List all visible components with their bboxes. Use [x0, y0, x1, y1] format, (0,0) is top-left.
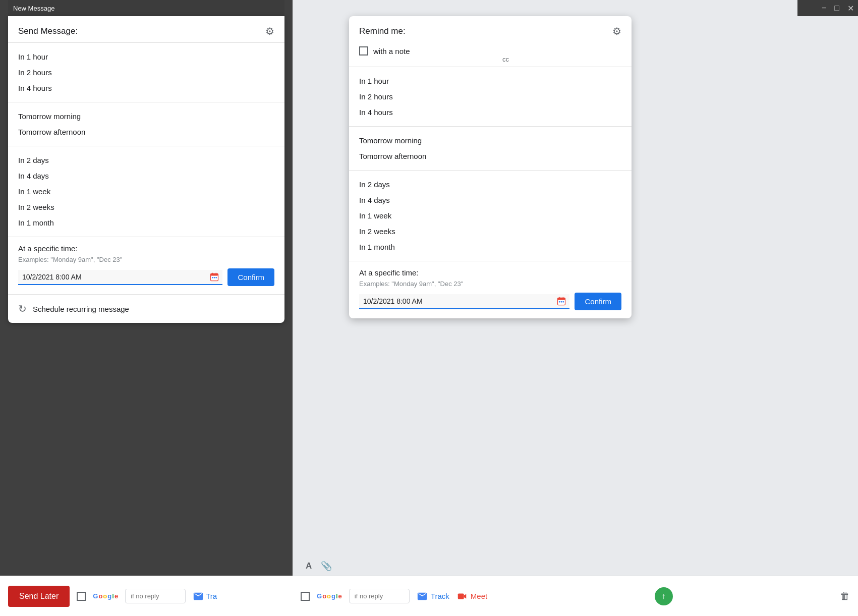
attach-icon[interactable]: 📎 — [321, 561, 332, 572]
popup-header-right: Remind me: ⚙ — [349, 16, 632, 42]
datetime-input-wrapper-right — [359, 294, 569, 309]
svg-rect-4 — [212, 277, 213, 278]
bottom-bar-right: Google Track Meet ↑ 🗑 — [293, 576, 858, 616]
days-section-right: In 2 days In 4 days In 1 week In 2 weeks… — [349, 170, 632, 261]
window-title: New Message — [13, 5, 54, 12]
track-partial-left[interactable]: Tra — [193, 591, 217, 602]
track-label: Track — [431, 592, 449, 600]
recurring-section-left[interactable]: ↻ Schedule recurring message — [8, 294, 284, 323]
up-arrow-button[interactable]: ↑ — [655, 587, 673, 605]
bottom-bar-left: Send Later Google Tra — [0, 576, 293, 616]
in-2-hours-right[interactable]: In 2 hours — [359, 89, 621, 104]
in-4-hours-left[interactable]: In 4 hours — [18, 80, 274, 96]
specific-time-section-right: At a specific time: Examples: "Monday 9a… — [349, 261, 632, 318]
popup-header-left: Send Message: ⚙ — [8, 16, 284, 42]
svg-rect-6 — [216, 277, 217, 278]
titlebar-left: New Message — [8, 0, 284, 16]
delete-icon[interactable]: 🗑 — [840, 590, 850, 602]
track-text-partial: Tra — [206, 592, 217, 600]
tomorrow-afternoon-left[interactable]: Tomorrow afternoon — [18, 124, 274, 140]
close-button[interactable]: ✕ — [847, 4, 854, 13]
with-note-checkbox[interactable] — [359, 46, 368, 55]
tomorrow-morning-right[interactable]: Tomorrow morning — [359, 133, 621, 148]
with-note-label: with a note — [373, 47, 410, 55]
svg-rect-14 — [458, 593, 464, 599]
specific-time-row-right: Confirm — [359, 293, 621, 310]
tomorrow-section-left: Tomorrow morning Tomorrow afternoon — [8, 102, 284, 146]
if-no-reply-checkbox-right[interactable] — [301, 592, 310, 601]
g-blue: G — [93, 592, 98, 600]
confirm-button-left[interactable]: Confirm — [227, 268, 274, 286]
remind-me-title: Remind me: — [359, 26, 406, 36]
g-red: o — [98, 592, 102, 600]
settings-gear-icon-right[interactable]: ⚙ — [612, 25, 621, 37]
in-2-weeks-right[interactable]: In 2 weeks — [359, 223, 621, 239]
g-blue2: g — [107, 592, 111, 600]
svg-rect-5 — [214, 277, 215, 278]
in-1-week-right[interactable]: In 1 week — [359, 208, 621, 223]
g-red2: e — [115, 592, 118, 600]
minimize-button[interactable]: − — [822, 4, 826, 13]
meet-label: Meet — [471, 592, 487, 600]
if-no-reply-input-right[interactable] — [349, 589, 410, 603]
calendar-icon-left[interactable] — [209, 272, 219, 282]
datetime-input-right[interactable] — [359, 294, 569, 308]
meet-icon — [456, 591, 468, 602]
track-icon-right — [417, 591, 428, 602]
specific-time-row-left: Confirm — [18, 268, 274, 286]
datetime-input-left[interactable] — [18, 270, 222, 284]
titlebar-right: − □ ✕ — [797, 0, 858, 16]
cc-label: cc — [502, 55, 509, 63]
maximize-button[interactable]: □ — [834, 4, 839, 13]
in-4-days-left[interactable]: In 4 days — [18, 168, 274, 184]
in-2-hours-left[interactable]: In 2 hours — [18, 65, 274, 80]
recurring-label: Schedule recurring message — [33, 305, 129, 313]
in-2-days-right[interactable]: In 2 days — [359, 177, 621, 192]
google-logo-left: Google — [93, 592, 118, 600]
hours-section-left: In 1 hour In 2 hours In 4 hours — [8, 42, 284, 102]
in-1-month-left[interactable]: In 1 month — [18, 215, 274, 231]
svg-rect-1 — [211, 273, 218, 275]
svg-rect-11 — [559, 301, 560, 303]
remind-me-popup: Remind me: ⚙ with a note In 1 hour In 2 … — [349, 16, 632, 318]
in-1-hour-left[interactable]: In 1 hour — [18, 49, 274, 65]
send-message-popup: Send Message: ⚙ In 1 hour In 2 hours In … — [8, 16, 284, 323]
in-4-days-right[interactable]: In 4 days — [359, 192, 621, 208]
days-section-left: In 2 days In 4 days In 1 week In 2 weeks… — [8, 146, 284, 237]
in-4-hours-right[interactable]: In 4 hours — [359, 104, 621, 120]
g-green: l — [112, 592, 114, 600]
specific-time-title-left: At a specific time: — [18, 244, 274, 253]
datetime-input-wrapper-left — [18, 270, 222, 285]
in-1-week-left[interactable]: In 1 week — [18, 184, 274, 199]
tomorrow-afternoon-right[interactable]: Tomorrow afternoon — [359, 148, 621, 164]
confirm-button-right[interactable]: Confirm — [575, 293, 621, 310]
in-1-month-right[interactable]: In 1 month — [359, 239, 621, 255]
in-2-weeks-left[interactable]: In 2 weeks — [18, 199, 274, 215]
specific-time-example-left: Examples: "Monday 9am", "Dec 23" — [18, 256, 274, 263]
hours-section-right: In 1 hour In 2 hours In 4 hours — [349, 67, 632, 126]
if-no-reply-checkbox-left[interactable] — [77, 592, 86, 601]
settings-gear-icon-left[interactable]: ⚙ — [265, 25, 274, 37]
recurring-icon: ↻ — [18, 303, 27, 315]
track-button[interactable]: Track — [417, 591, 449, 602]
if-no-reply-input-left[interactable] — [125, 589, 186, 603]
email-toolbar: A 📎 — [301, 561, 337, 572]
in-1-hour-right[interactable]: In 1 hour — [359, 73, 621, 89]
send-later-button[interactable]: Send Later — [8, 586, 70, 607]
g-yellow: o — [103, 592, 107, 600]
meet-button[interactable]: Meet — [456, 591, 487, 602]
send-message-title: Send Message: — [18, 26, 78, 36]
track-icon-left — [193, 591, 204, 602]
google-logo-right: Google — [317, 592, 342, 600]
tomorrow-morning-left[interactable]: Tomorrow morning — [18, 108, 274, 124]
specific-time-example-right: Examples: "Monday 9am", "Dec 23" — [359, 280, 621, 288]
text-format-icon[interactable]: A — [306, 561, 312, 571]
calendar-icon-right[interactable] — [556, 296, 566, 306]
separator — [280, 202, 282, 222]
specific-time-section-left: At a specific time: Examples: "Monday 9a… — [8, 237, 284, 294]
in-2-days-left[interactable]: In 2 days — [18, 152, 274, 168]
svg-rect-8 — [558, 298, 565, 300]
svg-rect-12 — [561, 301, 562, 303]
checkbox-row: with a note — [359, 42, 621, 63]
tomorrow-section-right: Tomorrow morning Tomorrow afternoon — [349, 126, 632, 170]
